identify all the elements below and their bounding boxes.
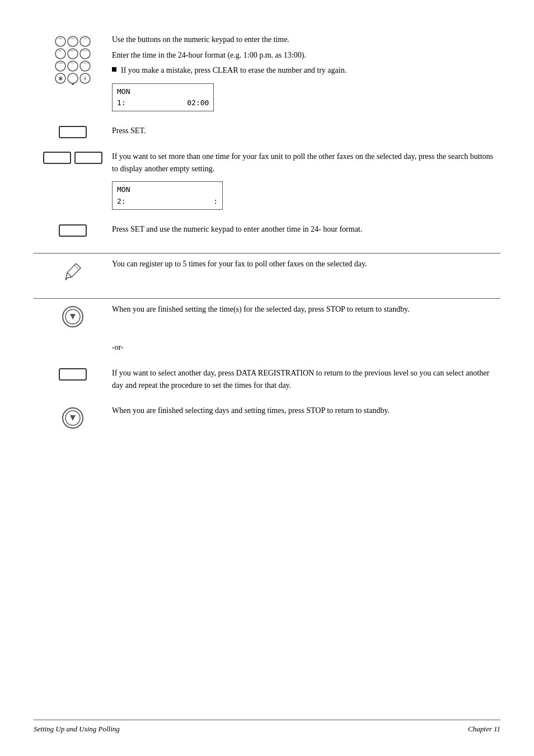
divider-bottom: [34, 298, 500, 299]
row-or: -or-: [34, 339, 500, 357]
lcd-display-2: MON 2: :: [112, 181, 223, 209]
row-stop1: When you are finished setting the time(s…: [34, 303, 500, 329]
footer-left: Setting Up and Using Polling: [34, 725, 120, 734]
row-data-reg-text: If you want to select another day, press…: [112, 367, 500, 395]
bullet-icon: [112, 67, 116, 72]
stop2-text-1: When you are finished selecting days and…: [112, 405, 500, 417]
set-icon-col: [34, 125, 112, 138]
svg-text:DEF: DEF: [71, 37, 75, 40]
svg-point-14: [72, 83, 74, 85]
row-more-times-text: If you want to set more than one time fo…: [112, 151, 500, 213]
set2-text-1: Press SET and use the numeric keypad to …: [112, 223, 500, 236]
data-reg-button-icon: [59, 368, 87, 381]
row-note: You can register up to 5 times for your …: [34, 258, 500, 284]
lcd2-line1: MON: [117, 184, 218, 195]
row-keypad: ✱ # ABC DEF GHI JKL MNO WXY PQRS TUV WXY…: [34, 34, 500, 115]
keypad-bullet: If you make a mistake, press CLEAR to er…: [112, 64, 500, 77]
stop1-text-1: When you are finished setting the time(s…: [112, 303, 500, 316]
note-icon: [60, 259, 85, 284]
svg-line-25: [67, 273, 72, 277]
keypad-icon-col: ✱ # ABC DEF GHI JKL MNO WXY PQRS TUV WXY…: [34, 34, 112, 85]
row-stop1-text: When you are finished setting the time(s…: [112, 303, 500, 319]
svg-text:WXY: WXY: [82, 49, 88, 52]
or-text: -or-: [112, 341, 500, 354]
or-icon-col: [34, 339, 112, 340]
divider-top: [34, 253, 500, 253]
row-set2-text: Press SET and use the numeric keypad to …: [112, 223, 500, 239]
svg-marker-30: [70, 314, 76, 320]
stop2-icon: [60, 406, 85, 430]
svg-text:WXY2: WXY2: [82, 62, 88, 64]
search-btn-right-icon: [74, 152, 102, 164]
search-buttons-icon-col: [34, 151, 112, 164]
stop1-icon-col: [34, 303, 112, 329]
row-note-text: You can register up to 5 times for your …: [112, 258, 500, 274]
data-reg-text-1: If you want to select another day, press…: [112, 367, 500, 391]
page: ✱ # ABC DEF GHI JKL MNO WXY PQRS TUV WXY…: [0, 0, 534, 756]
row-set: Press SET.: [34, 125, 500, 140]
svg-text:TUV: TUV: [71, 62, 75, 64]
keypad-text-1: Use the buttons on the numeric keypad to…: [112, 34, 500, 46]
svg-marker-24: [66, 264, 81, 278]
row-stop2: When you are finished selecting days and…: [34, 405, 500, 430]
set-text-1: Press SET.: [112, 125, 500, 137]
keypad-bullet-text: If you make a mistake, press CLEAR to er…: [121, 64, 346, 77]
data-reg-icon-col: [34, 367, 112, 381]
footer: Setting Up and Using Polling Chapter 11: [34, 720, 500, 734]
keypad-text-2: Enter the time in the 24-hour format (e.…: [112, 49, 500, 62]
row-stop2-text: When you are finished selecting days and…: [112, 405, 500, 420]
lcd2-line2: 2: :: [117, 196, 218, 207]
svg-text:GHI: GHI: [83, 37, 87, 40]
svg-text:ABC: ABC: [58, 37, 63, 40]
note-icon-col: [34, 258, 112, 284]
row-set2: Press SET and use the numeric keypad to …: [34, 223, 500, 239]
row-keypad-text: Use the buttons on the numeric keypad to…: [112, 34, 500, 115]
svg-text:MNO: MNO: [70, 49, 75, 52]
more-times-text-1: If you want to set more than one time fo…: [112, 151, 500, 175]
search-btn-left-icon: [43, 152, 71, 164]
stop1-icon: [60, 304, 85, 329]
svg-marker-26: [65, 278, 67, 280]
search-buttons-icon: [43, 152, 102, 164]
lcd-display-1: MON 1: 02:00: [112, 83, 214, 111]
row-set-text: Press SET.: [112, 125, 500, 140]
row-or-text: -or-: [112, 339, 500, 357]
svg-text:PQRS: PQRS: [58, 62, 63, 64]
svg-text:✱: ✱: [58, 76, 63, 82]
svg-text:#: #: [84, 76, 87, 82]
svg-point-11: [68, 73, 78, 83]
content-area: ✱ # ABC DEF GHI JKL MNO WXY PQRS TUV WXY…: [34, 34, 500, 440]
set2-button-icon: [59, 224, 87, 237]
svg-text:JKL: JKL: [59, 49, 63, 52]
lcd1-line2: 1: 02:00: [117, 97, 209, 109]
stop2-icon-col: [34, 405, 112, 430]
row-data-reg: If you want to select another day, press…: [34, 367, 500, 395]
row-more-times: If you want to set more than one time fo…: [34, 151, 500, 213]
lcd1-line1: MON: [117, 86, 209, 97]
footer-right: Chapter 11: [468, 725, 500, 734]
svg-marker-33: [70, 415, 76, 421]
set-button-icon: [59, 126, 87, 138]
keypad-icon: ✱ # ABC DEF GHI JKL MNO WXY PQRS TUV WXY…: [50, 35, 95, 85]
note-text-1: You can register up to 5 times for your …: [112, 258, 500, 270]
set2-icon-col: [34, 223, 112, 237]
